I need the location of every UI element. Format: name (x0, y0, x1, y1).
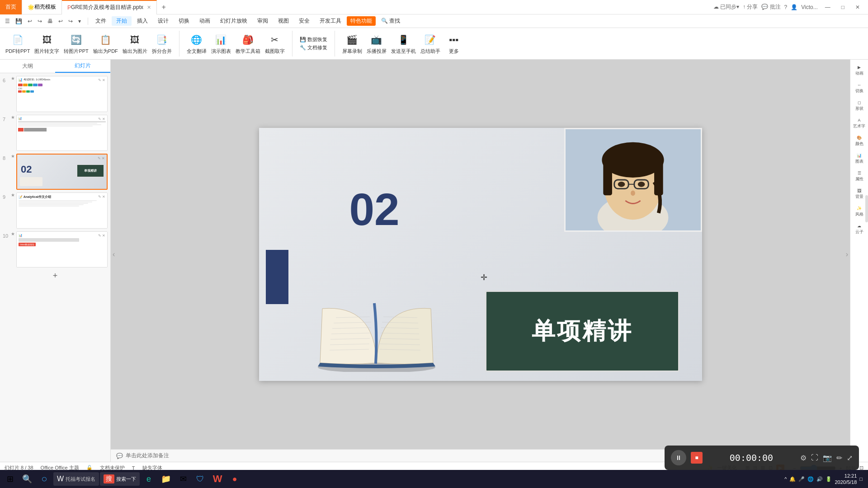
ribbon-doc-restore[interactable]: 🔧 文档修复 (298, 44, 329, 52)
redo-btn[interactable]: ↪ (35, 17, 44, 25)
taskbar-edge-btn[interactable]: e (141, 471, 157, 487)
tab-close-btn[interactable]: ✕ (147, 5, 151, 10)
menu-security[interactable]: 安全 (294, 16, 314, 26)
ribbon-split-merge[interactable]: 📑 拆分合并 (150, 32, 174, 56)
search-button[interactable]: 🔍 (19, 471, 35, 487)
right-wordart-btn[interactable]: A 艺术字 (852, 116, 866, 131)
ribbon-summary[interactable]: 📝 总结助手 (419, 32, 442, 56)
panel-tab-slides[interactable]: 幻灯片 (55, 60, 110, 73)
right-transition-btn[interactable]: ↔ 切换 (854, 81, 864, 96)
ribbon-more[interactable]: ▪▪▪ 更多 (443, 32, 465, 56)
slide-item-10[interactable]: 10 ★ 📊 Intext数据报告 ✎ ✕ (3, 231, 108, 267)
taskbar-360-btn[interactable]: 🛡 (192, 471, 208, 487)
right-color-btn[interactable]: 🎨 颜色 (854, 134, 864, 149)
tab-template[interactable]: 🌟 稻壳模板 (22, 0, 62, 14)
ribbon-pdf2ppt[interactable]: 📄 PDF转PPT (4, 32, 32, 56)
ribbon-export-img[interactable]: 🖼 输出为图片 (121, 32, 149, 56)
tray-bell[interactable]: 🔔 (789, 476, 796, 482)
taskbar-wps2-btn[interactable]: W (209, 471, 226, 487)
scroll-right-arrow[interactable]: › (846, 250, 848, 258)
ribbon-teach-tools[interactable]: 🎒 教学工具箱 (234, 32, 262, 56)
slide-item-8[interactable]: 8 ★ 02 单项精讲 ✎ ✕ (3, 154, 108, 190)
ribbon-screenshot[interactable]: ✂ 截图取字 (263, 32, 287, 56)
slide-item-6[interactable]: 6 ★ 📊考试时长: 3小时45min OR (3, 76, 108, 112)
right-cloud-btn[interactable]: ☁ 云子 (854, 222, 864, 237)
sync-icon[interactable]: ☁ 已同步▾ (713, 3, 739, 11)
ribbon-img2text[interactable]: 🖼 图片转文字 (33, 32, 61, 56)
slide-thumb-9[interactable]: 📝 Analytical作文介绍 ✎ ✕ (16, 192, 108, 229)
ribbon-export-pdf[interactable]: 📋 输出为PDF (91, 32, 120, 56)
maximize-btn[interactable]: □ (838, 4, 848, 10)
menu-design[interactable]: 设计 (153, 16, 173, 26)
right-style-btn[interactable]: ✨ 风格 (854, 204, 864, 219)
scroll-left-arrow[interactable]: ‹ (113, 250, 115, 258)
undo2-btn[interactable]: ↩ (56, 17, 65, 25)
start-button[interactable]: ⊞ (2, 471, 18, 487)
tab-add-button[interactable]: + (157, 0, 170, 14)
tray-mic[interactable]: 🎤 (798, 476, 805, 482)
panel-tab-outline[interactable]: 大纲 (0, 60, 55, 73)
ribbon-translate[interactable]: 🌐 全文翻译 (185, 32, 208, 56)
menu-special[interactable]: 特色功能 (347, 16, 376, 26)
ribbon-send-phone[interactable]: 📱 发送至手机 (389, 32, 418, 56)
slide-thumb-8[interactable]: 02 单项精讲 ✎ ✕ (16, 154, 108, 190)
ribbon-data-restore[interactable]: 💾 数据恢复 (298, 36, 329, 43)
help-btn[interactable]: ? (784, 4, 788, 10)
tray-net[interactable]: 🌐 (807, 476, 814, 482)
menu-search[interactable]: 🔍 查找 (377, 16, 405, 26)
right-bg-btn[interactable]: 🖼 背景 (854, 187, 864, 202)
comment-btn[interactable]: 💬 批注 (761, 3, 780, 11)
brush-btn[interactable]: ✏ (836, 454, 842, 462)
taskbar-mail-btn[interactable]: ✉ (175, 471, 191, 487)
slide-canvas[interactable]: 02 单项精讲 (259, 128, 702, 381)
fullscreen-rec-btn[interactable]: ⛶ (811, 454, 818, 462)
menu-insert[interactable]: 插入 (132, 16, 152, 26)
right-property-btn[interactable]: ☰ 属性 (854, 169, 864, 184)
cortana-button[interactable]: ○ (36, 471, 52, 487)
menu-start[interactable]: 开始 (112, 16, 132, 26)
notification-btn[interactable]: □ (859, 476, 863, 482)
camera-settings-btn[interactable]: ⚙ (800, 454, 807, 462)
close-btn[interactable]: ✕ (852, 4, 863, 10)
add-slide-button[interactable]: + (3, 270, 108, 281)
pause-button[interactable]: ⏸ (671, 450, 686, 465)
menu-file[interactable]: 文件 (91, 16, 111, 26)
menu-devtools[interactable]: 开发工具 (315, 16, 346, 26)
ribbon-demo-chart[interactable]: 📊 演示图表 (209, 32, 233, 56)
menu-view[interactable]: 视图 (274, 16, 293, 26)
tray-chevron[interactable]: ^ (784, 476, 787, 482)
redo2-btn[interactable]: ↪ (66, 17, 75, 25)
minimize-btn[interactable]: — (821, 4, 834, 10)
more-quick-btn[interactable]: ▾ (76, 17, 83, 25)
tray-battery[interactable]: 🔋 (826, 476, 832, 482)
stop-button[interactable]: ■ (691, 452, 703, 464)
menu-transition[interactable]: 切换 (174, 16, 194, 26)
slide-title-box[interactable]: 单项精讲 (485, 291, 679, 372)
undo-btn[interactable]: ↩ (25, 17, 34, 25)
expand-rec-btn[interactable]: ⤢ (847, 454, 853, 462)
tab-home[interactable]: 首页 (0, 0, 22, 14)
right-chart-btn[interactable]: 📊 图表 (854, 151, 864, 166)
menu-toggle-btn[interactable]: ☰ (3, 17, 12, 25)
menu-review[interactable]: 审阅 (253, 16, 273, 26)
canvas-scroll[interactable]: ‹ (111, 60, 850, 449)
print-btn[interactable]: 🖶 (45, 17, 55, 25)
ribbon-proj[interactable]: 📺 乐播投屏 (365, 32, 388, 56)
right-shape-btn[interactable]: ◻ 形状 (854, 99, 864, 113)
ribbon-ppt2img[interactable]: 🔄 转图片PPT (62, 32, 90, 56)
taskbar-app-wps[interactable]: W 托福考试报名 (53, 472, 99, 486)
taskbar-files-btn[interactable]: 📁 (158, 471, 174, 487)
menu-slideshow[interactable]: 幻灯片放映 (216, 16, 252, 26)
taskbar-red-btn[interactable]: ● (226, 471, 243, 487)
taskbar-search-app[interactable]: 搜 搜索一下 (100, 472, 140, 486)
share-btn[interactable]: ↑ 分享 (743, 3, 758, 11)
right-animation-btn[interactable]: ▶ 动画 (854, 63, 864, 78)
slide-item-9[interactable]: 9 ★ 📝 Analytical作文介绍 ✎ ✕ (3, 192, 108, 229)
tray-volume[interactable]: 🔊 (816, 476, 823, 482)
slide-thumb-7[interactable]: 📊 ✎ ✕ (16, 115, 108, 151)
slide-thumb-6[interactable]: 📊考试时长: 3小时45min OR (16, 76, 108, 112)
save-btn[interactable]: 💾 (13, 17, 24, 25)
slide-thumb-10[interactable]: 📊 Intext数据报告 ✎ ✕ (16, 231, 108, 267)
menu-animation[interactable]: 动画 (195, 16, 215, 26)
tab-ppt[interactable]: P GRE简介及模考题目精讲.pptx ✕ (62, 0, 157, 14)
